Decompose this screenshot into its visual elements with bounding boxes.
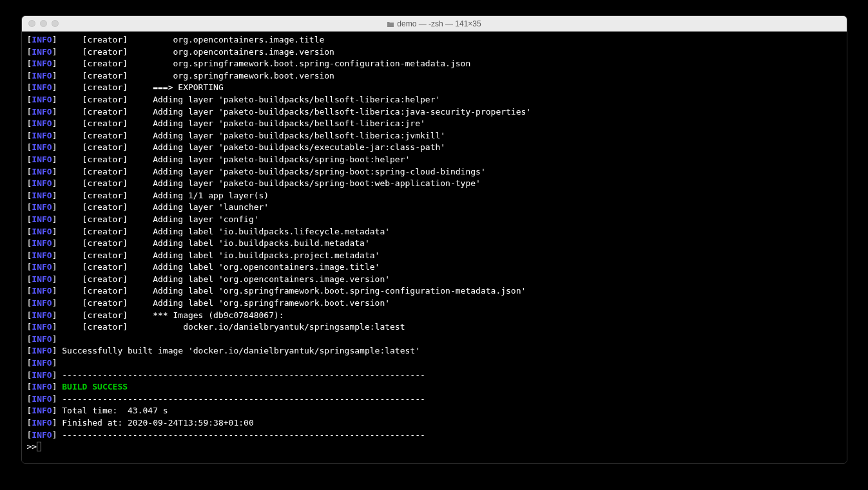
log-line: [INFO] [creator] org.opencontainers.imag… bbox=[27, 34, 842, 46]
log-line: [INFO] Successfully built image 'docker.… bbox=[27, 345, 842, 357]
log-level: INFO bbox=[32, 418, 52, 428]
log-line: [INFO] [creator] Adding layer 'paketo-bu… bbox=[27, 106, 842, 118]
log-level: INFO bbox=[32, 47, 52, 57]
folder-icon bbox=[387, 21, 394, 27]
log-level: INFO bbox=[32, 250, 52, 260]
log-level: INFO bbox=[32, 167, 52, 176]
log-line: [INFO] [creator] Adding layer 'paketo-bu… bbox=[27, 142, 842, 154]
log-line: [INFO] [creator] *** Images (db9c0784806… bbox=[27, 310, 842, 322]
log-line: [INFO] [creator] Adding label 'org.openc… bbox=[27, 261, 842, 274]
log-line: [INFO] [creator] Adding label 'io.buildp… bbox=[27, 250, 842, 262]
log-message: [creator] org.springframework.boot.versi… bbox=[57, 71, 334, 80]
log-line: [INFO] [creator] org.springframework.boo… bbox=[27, 58, 842, 70]
log-level: INFO bbox=[32, 118, 52, 128]
log-level: INFO bbox=[32, 334, 52, 344]
log-level: INFO bbox=[32, 298, 52, 308]
log-message: [creator] Adding layer 'paketo-buildpack… bbox=[57, 142, 445, 152]
log-message: Successfully built image 'docker.io/dani… bbox=[57, 346, 420, 355]
log-message: Finished at: 2020-09-24T13:59:38+01:00 bbox=[57, 418, 253, 428]
terminal-content[interactable]: [INFO] [creator] org.opencontainers.imag… bbox=[22, 32, 847, 463]
log-level: INFO bbox=[32, 238, 52, 248]
log-line: [INFO] ---------------------------------… bbox=[27, 429, 842, 442]
log-level: INFO bbox=[32, 310, 52, 320]
log-level: INFO bbox=[32, 394, 52, 404]
minimize-button[interactable] bbox=[40, 20, 47, 27]
log-level: INFO bbox=[32, 95, 52, 104]
log-line: [INFO] [creator] org.springframework.boo… bbox=[27, 70, 842, 82]
log-message: [creator] Adding label 'io.buildpacks.li… bbox=[57, 227, 390, 236]
log-level: INFO bbox=[32, 107, 52, 117]
log-message: [creator] Adding layer 'paketo-buildpack… bbox=[57, 178, 480, 188]
log-message: [creator] docker.io/danielbryantuk/sprin… bbox=[57, 322, 405, 332]
log-level: INFO bbox=[32, 82, 52, 92]
log-message: ----------------------------------------… bbox=[57, 430, 425, 440]
log-level: INFO bbox=[32, 155, 52, 164]
log-message: [creator] Adding label 'io.buildpacks.bu… bbox=[57, 238, 369, 248]
log-level: INFO bbox=[32, 382, 52, 391]
log-line: [INFO] [creator] Adding layer 'paketo-bu… bbox=[27, 178, 842, 190]
log-message: [creator] Adding layer 'paketo-buildpack… bbox=[57, 107, 531, 117]
log-line: [INFO] [creator] docker.io/danielbryantu… bbox=[27, 321, 842, 334]
log-line: [INFO] [creator] Adding layer 'paketo-bu… bbox=[27, 94, 842, 106]
log-message: [creator] Adding layer 'paketo-buildpack… bbox=[57, 131, 445, 140]
log-message: ----------------------------------------… bbox=[57, 394, 425, 404]
log-line: [INFO] Finished at: 2020-09-24T13:59:38+… bbox=[27, 417, 842, 429]
log-line: [INFO] ---------------------------------… bbox=[27, 393, 842, 406]
log-line: [INFO] [creator] org.opencontainers.imag… bbox=[27, 46, 842, 59]
log-line: [INFO] bbox=[27, 334, 842, 346]
log-line: [INFO] [creator] Adding layer 'paketo-bu… bbox=[27, 118, 842, 130]
window-title: demo — -zsh — 141×35 bbox=[387, 19, 481, 28]
window-title-text: demo — -zsh — 141×35 bbox=[397, 19, 481, 28]
log-level: INFO bbox=[32, 142, 52, 152]
log-level: INFO bbox=[32, 202, 52, 212]
maximize-button[interactable] bbox=[52, 20, 59, 27]
log-level: INFO bbox=[32, 227, 52, 236]
log-level: INFO bbox=[32, 214, 52, 224]
log-level: INFO bbox=[32, 286, 52, 296]
log-level: INFO bbox=[32, 71, 52, 80]
log-message: [creator] ===> EXPORTING bbox=[57, 82, 223, 92]
log-message: [creator] Adding label 'org.opencontaine… bbox=[57, 274, 390, 284]
terminal-window: demo — -zsh — 141×35 [INFO] [creator] or… bbox=[21, 15, 847, 464]
log-level: INFO bbox=[32, 191, 52, 200]
log-line: [INFO] BUILD SUCCESS bbox=[27, 381, 842, 393]
prompt: >> bbox=[27, 442, 37, 451]
log-level: INFO bbox=[32, 430, 52, 440]
log-line: [INFO] [creator] Adding 1/1 app layer(s) bbox=[27, 190, 842, 202]
log-line: [INFO] [creator] Adding layer 'paketo-bu… bbox=[27, 130, 842, 142]
log-message: [creator] Adding layer 'paketo-buildpack… bbox=[57, 155, 410, 164]
prompt-line[interactable]: >> bbox=[27, 441, 842, 453]
log-line: [INFO] ---------------------------------… bbox=[27, 370, 842, 382]
log-line: [INFO] [creator] Adding layer 'paketo-bu… bbox=[27, 166, 842, 178]
log-line: [INFO] [creator] Adding layer 'paketo-bu… bbox=[27, 154, 842, 166]
log-message: [creator] Adding layer 'config' bbox=[57, 214, 258, 224]
log-message: [creator] org.springframework.boot.sprin… bbox=[57, 59, 470, 68]
cursor bbox=[37, 442, 41, 451]
log-level: INFO bbox=[32, 370, 52, 380]
log-message: [creator] Adding 1/1 app layer(s) bbox=[57, 191, 269, 200]
log-line: [INFO] [creator] ===> EXPORTING bbox=[27, 82, 842, 94]
log-level: INFO bbox=[32, 358, 52, 368]
log-level: INFO bbox=[32, 59, 52, 68]
log-message: [creator] Adding layer 'launcher' bbox=[57, 202, 269, 212]
log-message: [creator] Adding layer 'paketo-buildpack… bbox=[57, 167, 485, 176]
log-line: [INFO] [creator] Adding layer 'config' bbox=[27, 214, 842, 226]
log-message: [creator] Adding label 'org.opencontaine… bbox=[57, 262, 380, 272]
log-message: [creator] org.opencontainers.image.versi… bbox=[57, 47, 334, 57]
close-button[interactable] bbox=[28, 20, 35, 27]
log-line: [INFO] [creator] Adding label 'io.buildp… bbox=[27, 226, 842, 238]
log-level: INFO bbox=[32, 178, 52, 188]
log-message: [creator] *** Images (db9c07848067): bbox=[57, 310, 284, 320]
log-level: INFO bbox=[32, 406, 52, 415]
title-bar: demo — -zsh — 141×35 bbox=[22, 16, 847, 32]
log-level: INFO bbox=[32, 322, 52, 332]
log-level: INFO bbox=[32, 274, 52, 284]
log-message: [creator] Adding label 'org.springframew… bbox=[57, 298, 390, 308]
log-level: INFO bbox=[32, 35, 52, 44]
traffic-lights bbox=[28, 20, 59, 27]
log-message: [creator] Adding layer 'paketo-buildpack… bbox=[57, 95, 440, 104]
log-message: [creator] Adding layer 'paketo-buildpack… bbox=[57, 118, 425, 128]
log-line: [INFO] [creator] Adding label 'org.sprin… bbox=[27, 297, 842, 310]
log-message: [creator] org.opencontainers.image.title bbox=[57, 35, 324, 44]
log-message: [creator] Adding label 'org.springframew… bbox=[57, 286, 526, 296]
